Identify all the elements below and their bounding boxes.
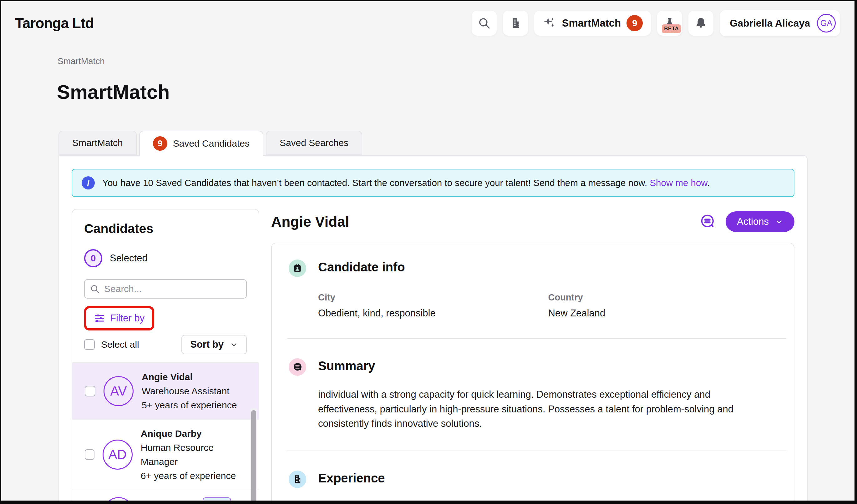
app-window: Taronga Ltd SmartMatch 9: [0, 0, 857, 504]
candidate-experience: 6+ years of experience: [141, 469, 241, 483]
saved-candidates-panel: i You have 10 Saved Candidates that have…: [58, 155, 808, 504]
candidate-detail-header: Angie Vidal Actions: [271, 211, 794, 232]
new-badge: New: [203, 498, 232, 504]
actions-button[interactable]: Actions: [726, 211, 794, 232]
experience-title: Experience: [318, 471, 778, 485]
info-banner-message: You have 10 Saved Candidates that haven’…: [102, 178, 647, 188]
breadcrumb[interactable]: SmartMatch: [57, 56, 855, 66]
candidate-detail: Angie Vidal Actions: [271, 209, 794, 504]
info-banner-suffix: .: [707, 178, 710, 188]
sparkle-icon: [542, 16, 556, 30]
selected-count-badge: 0: [84, 249, 102, 267]
labs-beta-button[interactable]: BETA: [657, 11, 682, 36]
filter-sliders-icon: [94, 313, 105, 324]
bell-icon: [694, 17, 707, 30]
beta-badge: BETA: [662, 24, 681, 33]
candidates-title: Candidates: [84, 221, 247, 236]
select-all-control: Select all: [84, 339, 139, 350]
user-name: Gabriella Alicaya: [730, 18, 810, 29]
candidate-role: Human Resource Manager: [141, 440, 241, 469]
section-summary: Summary individual with a strong capacit…: [287, 358, 786, 431]
candidate-list-scrollbar[interactable]: [251, 410, 256, 504]
candidate-row-angie-vidal[interactable]: AV Angie Vidal Warehouse Assistant 5+ ye…: [72, 363, 259, 420]
candidate-info-title: Candidate info: [318, 260, 778, 274]
section-divider: [287, 451, 786, 451]
filter-by-button[interactable]: Filter by: [88, 310, 150, 327]
list-controls: Select all Sort by: [84, 335, 247, 354]
smartmatch-nav-button[interactable]: SmartMatch 9: [534, 11, 651, 36]
candidate-search-input[interactable]: [84, 279, 247, 299]
sort-by-label: Sort by: [190, 339, 224, 350]
search-button[interactable]: [472, 11, 497, 36]
country-field: Country New Zealand: [548, 292, 778, 319]
chevron-down-icon: [230, 341, 238, 349]
selected-counter: 0 Selected: [84, 249, 247, 267]
tab-saved-searches[interactable]: Saved Searches: [266, 131, 362, 155]
select-all-label: Select all: [101, 339, 139, 350]
message-icon[interactable]: [699, 213, 716, 230]
page-title: SmartMatch: [57, 81, 855, 103]
summary-text: individual with a strong capacity for qu…: [318, 387, 762, 431]
candidate-summary: Angie Vidal Warehouse Assistant 5+ years…: [142, 370, 237, 412]
candidate-checkbox[interactable]: [85, 449, 95, 460]
chevron-down-icon: [775, 218, 783, 226]
candidate-row-phoebe[interactable]: Phoebe(Yi... New Human Resource: [72, 490, 259, 504]
summary-bubble-icon: [289, 358, 306, 376]
candidate-detail-name: Angie Vidal: [271, 213, 349, 230]
candidate-avatar: AD: [103, 439, 133, 470]
actions-label: Actions: [737, 216, 769, 227]
selected-label: Selected: [110, 253, 148, 264]
tab-saved-candidates-badge: 9: [153, 136, 167, 151]
filter-by-label: Filter by: [110, 313, 145, 324]
city-field: City Obedient, kind, responsible: [318, 292, 548, 319]
tab-smartmatch-label: SmartMatch: [72, 138, 123, 148]
city-label: City: [318, 292, 548, 303]
panel-content: Candidates 0 Selected: [72, 209, 794, 504]
user-avatar: GA: [817, 14, 836, 33]
tab-smartmatch[interactable]: SmartMatch: [58, 131, 137, 155]
building-icon: [509, 17, 522, 30]
candidate-search: [84, 279, 247, 299]
country-value: New Zealand: [548, 308, 778, 319]
info-banner: i You have 10 Saved Candidates that have…: [72, 169, 794, 197]
annotation-highlight-box: Filter by: [84, 306, 154, 330]
candidate-detail-card: Candidate info City Obedient, kind, resp…: [271, 243, 794, 504]
sort-by-button[interactable]: Sort by: [181, 335, 247, 354]
candidate-avatar: [103, 497, 134, 504]
info-icon: i: [82, 176, 95, 190]
candidate-list-scrollbar-track: [251, 408, 257, 504]
tab-saved-candidates[interactable]: 9 Saved Candidates: [139, 131, 263, 156]
select-all-checkbox[interactable]: [84, 339, 95, 350]
id-badge-icon: [289, 260, 306, 277]
section-experience: Experience Warehouse solutions: [287, 471, 786, 504]
candidate-checkbox[interactable]: [85, 386, 96, 397]
city-value: Obedient, kind, responsible: [318, 308, 548, 319]
top-bar-actions: SmartMatch 9 BETA Gabriella Alicaya GA: [472, 10, 840, 36]
candidate-summary: Anique Darby Human Resource Manager 6+ y…: [141, 427, 241, 483]
experience-company: Warehouse solutions: [318, 499, 778, 504]
candidate-summary: Phoebe(Yi... New Human Resource: [142, 498, 231, 504]
tab-saved-candidates-label: Saved Candidates: [173, 138, 250, 149]
candidates-card: Candidates 0 Selected: [72, 209, 259, 504]
country-label: Country: [548, 292, 778, 303]
notifications-button[interactable]: [688, 11, 713, 36]
company-button[interactable]: [503, 11, 528, 36]
section-candidate-info: Candidate info City Obedient, kind, resp…: [287, 260, 786, 319]
building-icon: [289, 471, 306, 488]
search-icon: [90, 284, 100, 294]
tab-saved-searches-label: Saved Searches: [280, 138, 349, 148]
info-banner-text: You have 10 Saved Candidates that haven’…: [102, 178, 710, 188]
candidate-list: AV Angie Vidal Warehouse Assistant 5+ ye…: [72, 362, 259, 504]
smartmatch-nav-count-badge: 9: [626, 15, 643, 31]
smartmatch-nav-label: SmartMatch: [562, 17, 621, 29]
show-me-how-link[interactable]: Show me how: [650, 178, 707, 188]
tab-bar: SmartMatch 9 Saved Candidates Saved Sear…: [58, 131, 855, 155]
candidate-name: Phoebe(Yi...: [142, 498, 195, 504]
candidate-experience: 5+ years of experience: [142, 398, 237, 412]
section-divider: [287, 338, 786, 339]
user-profile-button[interactable]: Gabriella Alicaya GA: [720, 10, 840, 36]
candidate-name: Anique Darby: [141, 427, 241, 440]
candidate-name: Angie Vidal: [142, 370, 237, 384]
top-bar: Taronga Ltd SmartMatch 9: [1, 1, 855, 36]
candidate-row-anique-darby[interactable]: AD Anique Darby Human Resource Manager 6…: [72, 420, 259, 490]
